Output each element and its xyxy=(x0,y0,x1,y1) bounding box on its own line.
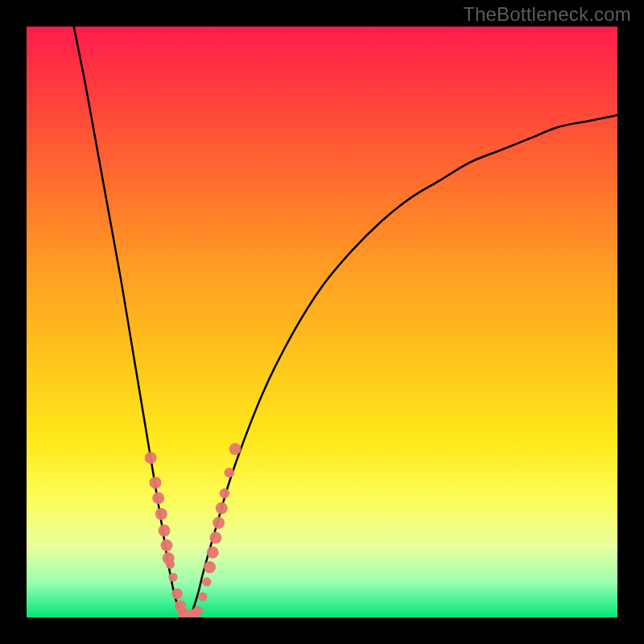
data-point xyxy=(150,477,162,489)
bottleneck-curve xyxy=(74,27,617,617)
data-point xyxy=(209,531,221,543)
data-point xyxy=(207,547,219,559)
plot-area xyxy=(27,27,617,617)
data-point xyxy=(213,517,225,529)
data-point xyxy=(160,539,172,551)
chart-svg xyxy=(27,27,617,617)
data-point xyxy=(168,572,177,581)
data-point xyxy=(198,592,207,601)
data-point xyxy=(193,606,203,616)
data-point xyxy=(229,443,242,455)
chart-frame: TheBottleneck.com xyxy=(0,0,644,644)
data-point xyxy=(166,559,175,568)
data-point xyxy=(225,468,234,477)
data-point xyxy=(155,508,167,520)
watermark-text: TheBottleneck.com xyxy=(463,3,631,26)
data-point xyxy=(220,489,229,498)
data-point xyxy=(204,561,216,573)
data-points xyxy=(145,443,242,617)
data-point xyxy=(202,577,211,586)
data-point xyxy=(145,452,157,464)
data-point xyxy=(171,588,183,600)
data-point xyxy=(152,492,164,504)
data-point xyxy=(159,525,171,537)
data-point xyxy=(216,502,228,514)
